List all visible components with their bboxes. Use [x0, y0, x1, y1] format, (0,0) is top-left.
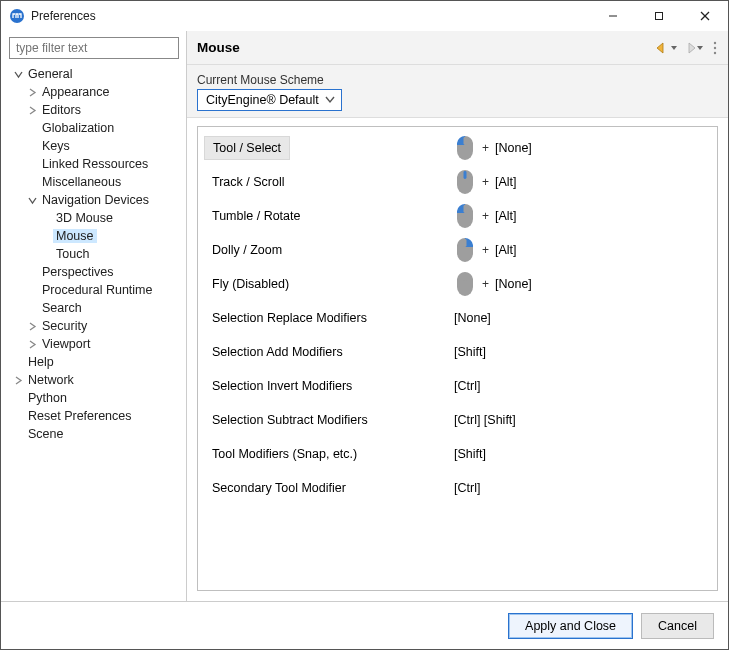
binding-row[interactable]: Tool Modifiers (Snap, etc.)[Shift]	[198, 437, 717, 471]
tree-item-label: Keys	[39, 139, 73, 153]
filter-input[interactable]	[9, 37, 179, 59]
mouse-icon	[454, 135, 476, 161]
binding-action: Dolly / Zoom	[204, 239, 290, 261]
binding-modifier: [None]	[495, 277, 532, 291]
nav-back-button[interactable]	[656, 42, 678, 54]
cancel-button[interactable]: Cancel	[641, 613, 714, 639]
chevron-right-icon	[11, 376, 25, 385]
tree-item[interactable]: 3D Mouse	[5, 209, 182, 227]
tree-item[interactable]: Network	[5, 371, 182, 389]
svg-rect-8	[464, 137, 467, 145]
binding-row[interactable]: Selection Invert Modifiers[Ctrl]	[198, 369, 717, 403]
tree-item[interactable]: Keys	[5, 137, 182, 155]
binding-action: Selection Add Modifiers	[204, 341, 351, 363]
binding-modifier: [Alt]	[495, 209, 517, 223]
svg-point-7	[714, 51, 716, 53]
tree-item-label: Linked Ressources	[39, 157, 151, 171]
page-menu-button[interactable]	[712, 40, 718, 56]
maximize-button[interactable]	[636, 1, 682, 31]
binding-row[interactable]: Tumble / Rotate+[Alt]	[198, 199, 717, 233]
preferences-window: Preferences GeneralAppearanceEditorsGlob…	[0, 0, 729, 650]
tree-item[interactable]: Search	[5, 299, 182, 317]
tree-item-label: Procedural Runtime	[39, 283, 155, 297]
tree-item-label: Editors	[39, 103, 84, 117]
bindings-table: Tool / Select+[None]Track / Scroll+[Alt]…	[197, 126, 718, 591]
titlebar: Preferences	[1, 1, 728, 31]
binding-action: Tool / Select	[204, 136, 290, 160]
tree-item[interactable]: Viewport	[5, 335, 182, 353]
mouse-icon	[454, 237, 476, 263]
tree-item[interactable]: Help	[5, 353, 182, 371]
tree-item[interactable]: Perspectives	[5, 263, 182, 281]
svg-rect-9	[464, 171, 467, 179]
scheme-select[interactable]: CityEngine® Default	[197, 89, 342, 111]
binding-action: Selection Subtract Modifiers	[204, 409, 376, 431]
svg-point-6	[714, 46, 716, 48]
tree-item[interactable]: Appearance	[5, 83, 182, 101]
binding-value: [Ctrl]	[454, 379, 480, 393]
binding-row[interactable]: Selection Replace Modifiers[None]	[198, 301, 717, 335]
tree-item-label: Help	[25, 355, 57, 369]
tree-item-label: Touch	[53, 247, 92, 261]
chevron-down-icon	[325, 96, 335, 104]
tree-item[interactable]: Reset Preferences	[5, 407, 182, 425]
binding-row[interactable]: Dolly / Zoom+[Alt]	[198, 233, 717, 267]
mouse-icon	[454, 203, 476, 229]
chevron-right-icon	[25, 322, 39, 331]
tree-item[interactable]: Globalization	[5, 119, 182, 137]
binding-action: Selection Invert Modifiers	[204, 375, 360, 397]
binding-row[interactable]: Tool / Select+[None]	[198, 131, 717, 165]
plus-label: +	[482, 277, 489, 291]
plus-label: +	[482, 141, 489, 155]
tree-item-label: 3D Mouse	[53, 211, 116, 225]
window-title: Preferences	[31, 9, 590, 23]
tree-item-label: Python	[25, 391, 70, 405]
tree-item[interactable]: Python	[5, 389, 182, 407]
dialog-footer: Apply and Close Cancel	[1, 601, 728, 649]
chevron-right-icon	[25, 106, 39, 115]
chevron-right-icon	[25, 88, 39, 97]
binding-row[interactable]: Selection Add Modifiers[Shift]	[198, 335, 717, 369]
preferences-page: Mouse Current Mouse Scheme CityEngine® D…	[187, 31, 728, 601]
tree-item[interactable]: Linked Ressources	[5, 155, 182, 173]
binding-modifier: [Alt]	[495, 175, 517, 189]
svg-rect-10	[464, 205, 467, 213]
preferences-tree[interactable]: GeneralAppearanceEditorsGlobalizationKey…	[5, 65, 182, 443]
tree-item-label: Perspectives	[39, 265, 117, 279]
tree-item-label: Navigation Devices	[39, 193, 152, 207]
binding-value: [Shift]	[454, 345, 486, 359]
binding-value: [None]	[454, 311, 491, 325]
tree-item[interactable]: Touch	[5, 245, 182, 263]
binding-action: Track / Scroll	[204, 171, 292, 193]
binding-value: [Ctrl] [Shift]	[454, 413, 516, 427]
tree-item[interactable]: Editors	[5, 101, 182, 119]
tree-item-label: Miscellaneous	[39, 175, 124, 189]
tree-item[interactable]: Scene	[5, 425, 182, 443]
tree-item[interactable]: Navigation Devices	[5, 191, 182, 209]
tree-item-label: Mouse	[53, 229, 97, 243]
scheme-group: Current Mouse Scheme CityEngine® Default	[187, 65, 728, 118]
tree-item[interactable]: Miscellaneous	[5, 173, 182, 191]
mouse-icon	[454, 271, 476, 297]
binding-row[interactable]: Fly (Disabled)+[None]	[198, 267, 717, 301]
close-button[interactable]	[682, 1, 728, 31]
plus-label: +	[482, 243, 489, 257]
tree-item[interactable]: General	[5, 65, 182, 83]
binding-row[interactable]: Track / Scroll+[Alt]	[198, 165, 717, 199]
minimize-button[interactable]	[590, 1, 636, 31]
nav-forward-button[interactable]	[682, 42, 704, 54]
tree-item[interactable]: Mouse	[5, 227, 182, 245]
binding-modifier: [None]	[495, 141, 532, 155]
svg-rect-2	[656, 13, 663, 20]
tree-item-label: General	[25, 67, 75, 81]
apply-and-close-button[interactable]: Apply and Close	[508, 613, 633, 639]
tree-item-label: Search	[39, 301, 85, 315]
chevron-down-icon	[11, 70, 25, 79]
binding-row[interactable]: Secondary Tool Modifier[Ctrl]	[198, 471, 717, 505]
plus-label: +	[482, 209, 489, 223]
svg-rect-11	[464, 239, 467, 247]
binding-row[interactable]: Selection Subtract Modifiers[Ctrl] [Shif…	[198, 403, 717, 437]
tree-item[interactable]: Security	[5, 317, 182, 335]
tree-item[interactable]: Procedural Runtime	[5, 281, 182, 299]
page-header: Mouse	[187, 31, 728, 65]
